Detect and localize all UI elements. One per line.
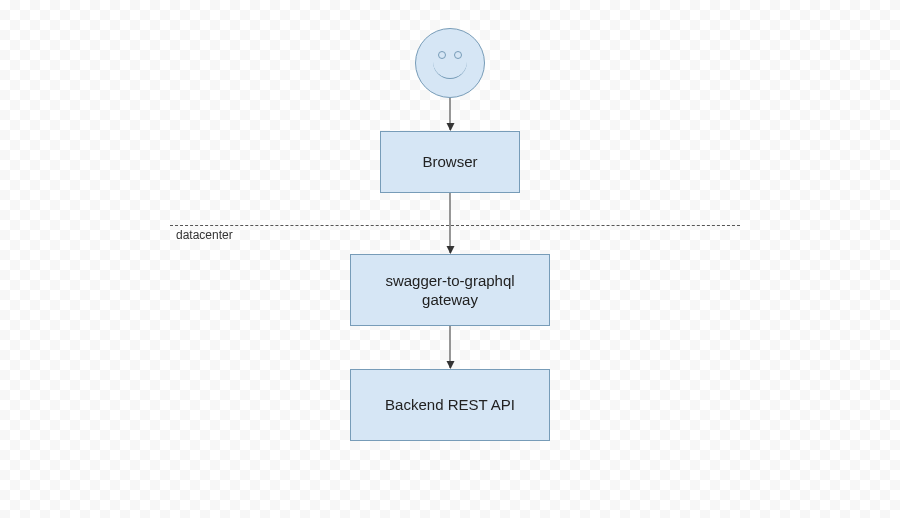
arrow-browser-to-gateway xyxy=(450,193,451,253)
smiley-eye-left xyxy=(438,51,446,59)
smiley-eye-right xyxy=(454,51,462,59)
smiley-mouth xyxy=(433,62,467,79)
node-backend-label: Backend REST API xyxy=(385,395,515,415)
user-actor-icon xyxy=(415,28,485,98)
node-gateway: swagger-to-graphql gateway xyxy=(350,254,550,326)
node-browser-label: Browser xyxy=(422,152,477,172)
arrow-gateway-to-backend xyxy=(450,326,451,368)
arrow-user-to-browser xyxy=(450,98,451,130)
node-browser: Browser xyxy=(380,131,520,193)
datacenter-boundary-line xyxy=(170,225,740,226)
node-backend: Backend REST API xyxy=(350,369,550,441)
node-gateway-label: swagger-to-graphql gateway xyxy=(385,271,514,310)
architecture-diagram: Browser datacenter swagger-to-graphql ga… xyxy=(150,0,750,518)
datacenter-boundary-label: datacenter xyxy=(176,228,233,242)
